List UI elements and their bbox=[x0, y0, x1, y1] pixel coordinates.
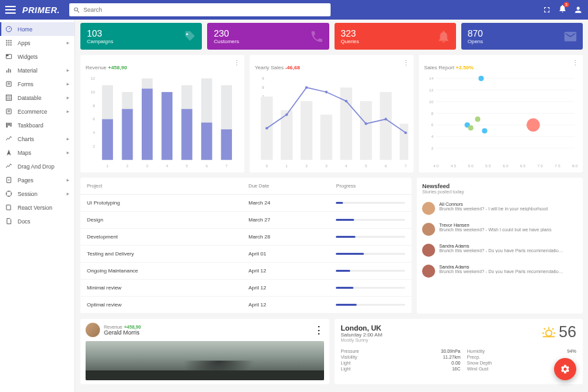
menu-toggle[interactable] bbox=[5, 5, 16, 15]
search-box[interactable] bbox=[69, 3, 331, 16]
chart-panel-0: Revenue +458,90⋮246810121234567 bbox=[80, 55, 244, 172]
apps-icon bbox=[5, 39, 12, 46]
svg-rect-44 bbox=[182, 109, 193, 160]
svg-rect-67 bbox=[320, 114, 332, 159]
sidebar-item-session[interactable]: Session▸ bbox=[0, 187, 74, 201]
sidebar-item-forms[interactable]: Forms▸ bbox=[0, 77, 74, 91]
feed-item[interactable]: Trevor HansenBrunch this weekend? - Wish… bbox=[422, 219, 578, 240]
svg-text:4: 4 bbox=[431, 134, 434, 139]
svg-rect-71 bbox=[360, 101, 372, 160]
feed-text: Brunch this weekend? - I will be in your… bbox=[439, 206, 547, 211]
svg-text:6: 6 bbox=[385, 163, 387, 168]
project-progress bbox=[329, 229, 412, 246]
weather-stat: 30.09hPa bbox=[441, 349, 461, 353]
sidebar-item-home[interactable]: Home bbox=[0, 22, 74, 36]
table-row[interactable]: Optimal reviewApril 12 bbox=[80, 297, 412, 314]
stat-card-opens[interactable]: 870Opens bbox=[461, 23, 583, 50]
chart-canvas: 246810121234567 bbox=[86, 76, 239, 167]
project-name: UI Prototyping bbox=[80, 195, 242, 212]
feed-item[interactable]: Sandra AdamsBrunch this weekend? - Do yo… bbox=[422, 240, 578, 261]
sidebar: HomeApps▸WidgetsMaterial▸Forms▸Datatable… bbox=[0, 20, 75, 392]
weather-stat: 16C bbox=[441, 367, 461, 371]
project-name: Design bbox=[80, 212, 242, 229]
sidebar-item-pages[interactable]: Pages▸ bbox=[0, 173, 74, 187]
card-value: 870 bbox=[468, 28, 576, 39]
svg-rect-16 bbox=[6, 95, 11, 100]
sidebar-item-apps[interactable]: Apps▸ bbox=[0, 36, 74, 50]
svg-line-119 bbox=[553, 329, 554, 330]
pages-icon bbox=[5, 176, 12, 184]
project-progress bbox=[329, 263, 412, 280]
svg-text:7: 7 bbox=[225, 163, 228, 168]
sidebar-item-material[interactable]: Material▸ bbox=[0, 63, 74, 77]
profile-name: Gerald Morris bbox=[104, 329, 141, 336]
svg-point-24 bbox=[186, 33, 188, 35]
stat-card-campaigns[interactable]: 103Campaigns bbox=[80, 23, 202, 50]
sidebar-item-taskboard[interactable]: Taskboard bbox=[0, 118, 74, 132]
bell-icon bbox=[436, 29, 451, 44]
svg-rect-35 bbox=[122, 109, 133, 160]
sidebar-item-widgets[interactable]: Widgets bbox=[0, 50, 74, 63]
svg-rect-5 bbox=[8, 42, 10, 44]
sidebar-item-docs[interactable]: Docs bbox=[0, 214, 74, 228]
svg-rect-47 bbox=[201, 123, 212, 160]
chevron-right-icon: ▸ bbox=[67, 81, 69, 87]
project-due: April 12 bbox=[242, 263, 329, 280]
svg-rect-65 bbox=[301, 101, 312, 160]
newsfeed-subtitle: Stories posted today bbox=[422, 189, 578, 194]
sidebar-item-label: Charts bbox=[18, 136, 34, 142]
search-input[interactable] bbox=[84, 3, 327, 16]
avatar bbox=[422, 202, 435, 215]
stat-card-customers[interactable]: 230Customers bbox=[207, 23, 329, 50]
chevron-right-icon: ▸ bbox=[67, 191, 69, 197]
svg-point-84 bbox=[404, 131, 407, 134]
sidebar-item-maps[interactable]: Maps▸ bbox=[0, 146, 74, 159]
svg-text:1: 1 bbox=[286, 163, 288, 168]
sidebar-item-charts[interactable]: Charts▸ bbox=[0, 132, 74, 146]
table-row[interactable]: Minimal reviewApril 12 bbox=[80, 280, 412, 297]
table-row[interactable]: DesignMarch 27 bbox=[80, 212, 412, 229]
phone-icon bbox=[310, 29, 324, 44]
sidebar-item-react-version[interactable]: React Version bbox=[0, 201, 74, 214]
stat-card-queries[interactable]: 323Queries bbox=[335, 23, 456, 50]
svg-line-118 bbox=[544, 329, 546, 330]
project-due: April 12 bbox=[242, 297, 329, 314]
notifications[interactable]: 5 bbox=[558, 4, 567, 16]
svg-rect-41 bbox=[161, 92, 172, 160]
svg-point-113 bbox=[468, 125, 473, 131]
sidebar-item-drag-and-drop[interactable]: Drag And Drop bbox=[0, 159, 74, 173]
profile-image bbox=[86, 341, 324, 380]
project-progress bbox=[329, 195, 412, 212]
fab-settings[interactable] bbox=[554, 358, 576, 380]
newsfeed-title: Newsfeed bbox=[422, 183, 578, 189]
more-icon[interactable]: ⋮ bbox=[314, 324, 324, 336]
svg-point-111 bbox=[527, 118, 540, 131]
table-row[interactable]: Ongoing MaintananceApril 12 bbox=[80, 263, 412, 280]
weather-stat: Pressure bbox=[341, 349, 434, 353]
sidebar-item-datatable[interactable]: Datatable▸ bbox=[0, 91, 74, 105]
table-row[interactable]: Testing and DeliveryApril 01 bbox=[80, 246, 412, 263]
project-due: April 12 bbox=[242, 280, 329, 297]
more-icon[interactable]: ⋮ bbox=[233, 59, 240, 67]
search-icon bbox=[73, 7, 80, 14]
avatar bbox=[86, 323, 100, 337]
feed-text: Brunch this weekend? - Do you have Paris… bbox=[439, 269, 563, 274]
feed-item[interactable]: Sandra AdamsBrunch this weekend? - Do yo… bbox=[422, 261, 578, 282]
weather-stat: Light bbox=[341, 361, 434, 365]
svg-rect-20 bbox=[10, 123, 12, 127]
fullscreen-icon[interactable] bbox=[542, 5, 551, 14]
more-icon[interactable]: ⋮ bbox=[572, 59, 579, 67]
sidebar-item-ecommerce[interactable]: Ecommerce▸ bbox=[0, 105, 74, 118]
more-icon[interactable]: ⋮ bbox=[402, 59, 410, 67]
main-content: 103Campaigns230Customers323Queries870Ope… bbox=[75, 20, 588, 392]
feed-item[interactable]: Ali ConnorsBrunch this weekend? - I will… bbox=[422, 198, 578, 219]
profile-rev-label: Revenue bbox=[104, 325, 122, 329]
sidebar-item-label: Maps bbox=[18, 150, 31, 156]
sidebar-item-label: Pages bbox=[18, 177, 33, 184]
table-row[interactable]: UI PrototypingMarch 24 bbox=[80, 195, 412, 212]
chart-canvas: 24681012144.04.55.05.56.06.57.07.58.0 bbox=[424, 76, 578, 167]
table-row[interactable]: DevelopmentMarch 28 bbox=[80, 229, 412, 246]
project-name: Development bbox=[80, 229, 242, 246]
chart-panel-1: Yearly Sales -46,68⋮12345678901234567 bbox=[250, 55, 414, 172]
user-icon[interactable] bbox=[574, 5, 583, 14]
